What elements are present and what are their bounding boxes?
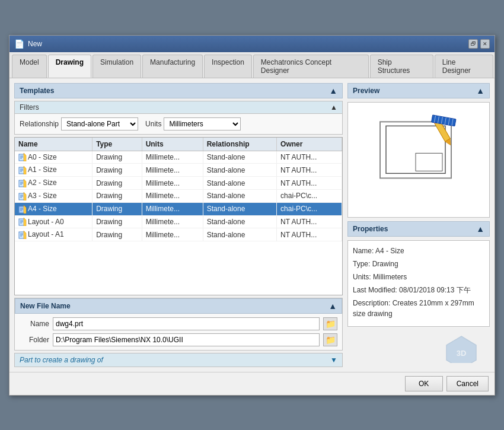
cell-relationship: Stand-alone [203, 228, 276, 241]
svg-marker-9 [24, 166, 26, 174]
properties-label: Properties [353, 225, 388, 233]
cell-units: Millimete... [142, 164, 203, 177]
table-row[interactable]: Layout - A1 Drawing Millimete... Stand-a… [15, 228, 342, 241]
watermark-area: 3D [347, 330, 490, 366]
preview-box [347, 102, 490, 218]
preview-collapse-btn[interactable]: ▲ [476, 86, 484, 95]
cell-owner: NT AUTH... [277, 215, 342, 228]
cell-name: Layout - A0 [15, 215, 92, 228]
part-collapse-btn[interactable]: ▼ [330, 356, 337, 364]
filters-collapse-btn[interactable]: ▲ [330, 103, 337, 112]
restore-button[interactable]: 🗗 [468, 39, 478, 49]
svg-marker-14 [24, 179, 26, 187]
preview-svg [368, 113, 469, 196]
preview-header: Preview ▲ [347, 83, 490, 98]
templates-header: Templates ▲ [14, 83, 343, 98]
relationship-filter: Relationship Stand-alone Part Assembly C… [20, 117, 138, 130]
templates-collapse-btn[interactable]: ▲ [329, 86, 337, 95]
properties-collapse-btn[interactable]: ▲ [476, 224, 484, 234]
title-bar: 📄 New 🗗 ✕ [9, 36, 495, 52]
cell-units: Millimete... [142, 151, 203, 164]
preview-label: Preview [353, 87, 379, 95]
table-row[interactable]: Layout - A0 Drawing Millimete... Stand-a… [15, 215, 342, 228]
name-input[interactable] [53, 317, 320, 330]
part-label: Part to create a drawing of [20, 356, 103, 364]
table-row[interactable]: A0 - Size Drawing Millimete... Stand-alo… [15, 151, 342, 164]
cell-name: A3 - Size [15, 189, 92, 202]
preview-inner [368, 113, 469, 198]
cell-type: Drawing [92, 202, 142, 215]
svg-marker-34 [24, 231, 26, 239]
tab-ship[interactable]: Ship Structures [370, 55, 433, 78]
dialog-title: New [28, 40, 42, 48]
units-label: Units [145, 120, 161, 128]
table-row[interactable]: A4 - Size Drawing Millimete... Stand-alo… [15, 202, 342, 215]
col-owner: Owner [277, 138, 342, 151]
templates-label: Templates [20, 87, 54, 95]
cell-units: Millimete... [142, 177, 203, 190]
properties-box: Name: A4 - Size Type: Drawing Units: Mil… [347, 240, 490, 327]
svg-rect-37 [416, 153, 442, 171]
folder-icon-2: 📁 [326, 335, 336, 345]
templates-table-container: Name Type Units Relationship Owner A0 - … [14, 137, 343, 295]
new-file-body: Name 📁 Folder 📁 [15, 314, 342, 350]
tab-inspection[interactable]: Inspection [204, 55, 252, 78]
svg-text:3D: 3D [457, 349, 467, 358]
cell-units: Millimete... [142, 215, 203, 228]
filters-label: Filters [20, 103, 39, 112]
cell-units: Millimete... [142, 228, 203, 241]
tab-mechatronics[interactable]: Mechatronics Concept Designer [253, 55, 369, 78]
left-panel: Templates ▲ Filters ▲ Relationship Stand… [14, 83, 343, 367]
title-bar-controls: 🗗 ✕ [468, 39, 490, 49]
prop-type: Type: Drawing [353, 259, 484, 269]
cell-relationship: Stand-alone [203, 164, 276, 177]
table-row[interactable]: A1 - Size Drawing Millimete... Stand-alo… [15, 164, 342, 177]
folder-field-row: Folder 📁 [20, 333, 337, 346]
tab-simulation[interactable]: Simulation [92, 55, 141, 78]
cell-owner: NT AUTH... [277, 177, 342, 190]
cell-type: Drawing [92, 189, 142, 202]
units-filter: Units Millimeters Inches Feet [145, 117, 241, 130]
cell-relationship: Stand-alone [203, 215, 276, 228]
cell-owner: NT AUTH... [277, 228, 342, 241]
part-header: Part to create a drawing of ▼ [15, 353, 342, 367]
prop-description: Description: Creates 210mm x 297mm size … [353, 298, 484, 319]
tab-model[interactable]: Model [12, 55, 47, 78]
cell-owner: chai-PC\c... [277, 202, 342, 215]
part-section: Part to create a drawing of ▼ [14, 353, 343, 367]
relationship-select[interactable]: Stand-alone Part Assembly Component [61, 117, 138, 130]
name-label: Name [20, 320, 49, 328]
hex-logo: 3D [438, 333, 485, 363]
cell-type: Drawing [92, 215, 142, 228]
new-file-label: New File Name [20, 302, 71, 310]
cell-units: Millimete... [142, 202, 203, 215]
folder-input[interactable] [53, 333, 320, 346]
table-row[interactable]: A2 - Size Drawing Millimete... Stand-alo… [15, 177, 342, 190]
svg-marker-19 [24, 192, 26, 200]
prop-last-modified: Last Modified: 08/01/2018 09:13 下午 [353, 285, 484, 295]
col-units: Units [142, 138, 203, 151]
units-select[interactable]: Millimeters Inches Feet [164, 117, 241, 130]
new-file-header: New File Name ▲ [15, 298, 342, 314]
cancel-button[interactable]: Cancel [446, 376, 489, 391]
tab-drawing[interactable]: Drawing [48, 55, 91, 78]
tab-line[interactable]: Line Designer [435, 55, 493, 78]
close-button[interactable]: ✕ [480, 39, 490, 49]
new-file-section: New File Name ▲ Name 📁 Folder [14, 298, 343, 351]
svg-marker-4 [24, 153, 26, 161]
folder-icon: 📁 [326, 319, 336, 329]
name-browse-btn[interactable]: 📁 [323, 317, 337, 330]
cell-units: Millimete... [142, 189, 203, 202]
col-relationship: Relationship [203, 138, 276, 151]
cell-type: Drawing [92, 177, 142, 190]
folder-browse-btn[interactable]: 📁 [323, 333, 337, 346]
main-content: Templates ▲ Filters ▲ Relationship Stand… [9, 78, 495, 372]
svg-marker-24 [24, 205, 26, 214]
title-bar-left: 📄 New [14, 39, 42, 49]
table-row[interactable]: A3 - Size Drawing Millimete... Stand-alo… [15, 189, 342, 202]
filters-section: Filters ▲ Relationship Stand-alone Part … [14, 101, 343, 135]
new-file-collapse-btn[interactable]: ▲ [328, 301, 337, 311]
ok-button[interactable]: OK [405, 376, 443, 391]
right-panel: Preview ▲ [347, 83, 490, 367]
tab-manufacturing[interactable]: Manufacturing [142, 55, 203, 78]
